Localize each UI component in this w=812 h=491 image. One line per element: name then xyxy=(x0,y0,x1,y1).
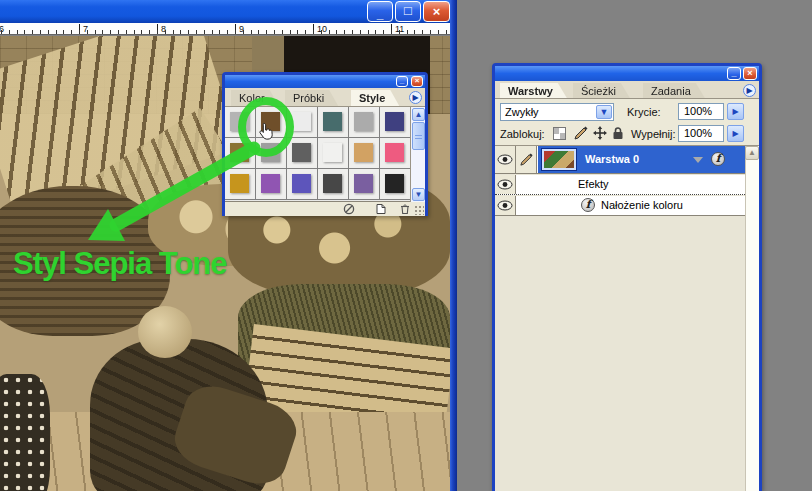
scroll-up-icon[interactable]: ▲ xyxy=(412,108,425,121)
tab-sciezki[interactable]: Ścieżki xyxy=(573,83,630,98)
lock-transparency-icon[interactable] xyxy=(553,127,566,140)
maximize-button[interactable]: □ xyxy=(395,1,421,22)
style-swatch[interactable] xyxy=(318,169,349,200)
style-swatch-color xyxy=(230,112,249,131)
fill-field[interactable]: 100% xyxy=(678,125,724,142)
tab-zadania[interactable]: Zadania xyxy=(643,83,705,98)
scroll-up-icon[interactable]: ▲ xyxy=(745,146,759,160)
style-swatch-color xyxy=(323,112,342,131)
hand-cursor-icon xyxy=(258,122,274,140)
style-swatch[interactable] xyxy=(380,138,411,169)
style-swatch[interactable] xyxy=(380,169,411,200)
close-button[interactable]: × xyxy=(743,67,757,80)
photo-dotted-cloth xyxy=(0,374,50,491)
visibility-toggle[interactable] xyxy=(495,196,516,215)
new-style-icon[interactable] xyxy=(375,203,387,215)
layer-thumbnail[interactable] xyxy=(541,148,577,171)
minimize-button[interactable]: _ xyxy=(367,1,393,22)
style-swatch[interactable] xyxy=(287,107,318,138)
clear-style-icon[interactable] xyxy=(343,203,355,215)
tab-style[interactable]: Style xyxy=(351,90,399,106)
effect-label[interactable]: Nałożenie koloru xyxy=(601,199,683,211)
ruler-label: 6 xyxy=(0,24,4,35)
collapse-effects-triangle-icon[interactable] xyxy=(693,157,703,163)
style-swatch-color xyxy=(261,174,280,193)
scroll-down-icon[interactable]: ▼ xyxy=(412,188,425,201)
delete-style-icon[interactable] xyxy=(399,203,411,215)
style-swatch[interactable] xyxy=(256,138,287,169)
tab-warstwy[interactable]: Warstwy xyxy=(500,83,567,98)
style-swatch[interactable] xyxy=(225,107,256,138)
maximize-icon: □ xyxy=(396,3,420,18)
style-swatch[interactable] xyxy=(256,169,287,200)
style-swatch-color xyxy=(385,112,404,131)
style-swatch[interactable] xyxy=(318,107,349,138)
active-layer-brush-icon xyxy=(516,146,537,173)
chevron-down-icon[interactable]: ▼ xyxy=(596,105,612,119)
styles-palette: _ × Kolor Próbki Style ▶ xyxy=(222,72,428,216)
color-overlay-effect-row[interactable]: f Nałożenie koloru xyxy=(495,196,745,216)
window-border xyxy=(450,0,457,491)
style-swatch-color xyxy=(323,143,342,162)
style-swatch[interactable] xyxy=(225,138,256,169)
style-swatch[interactable] xyxy=(380,107,411,138)
photo-child-figure xyxy=(138,306,192,358)
tab-kolor[interactable]: Kolor xyxy=(231,90,279,106)
style-swatch-color xyxy=(323,174,342,193)
style-swatch[interactable] xyxy=(225,169,256,200)
minimize-button[interactable]: _ xyxy=(727,67,741,80)
style-swatch[interactable] xyxy=(287,138,318,169)
scrollbar-thumb[interactable] xyxy=(412,122,425,150)
close-icon: × xyxy=(424,4,449,19)
document-titlebar[interactable]: _ □ × xyxy=(0,0,451,23)
style-swatch[interactable] xyxy=(349,169,380,200)
minimize-icon: _ xyxy=(368,7,392,21)
layers-scrollbar-track[interactable]: ▲ xyxy=(745,146,759,491)
layer-style-fx-icon[interactable]: f xyxy=(711,152,725,166)
opacity-slider-arrow-icon[interactable]: ▶ xyxy=(727,103,744,120)
visibility-toggle[interactable] xyxy=(495,175,516,194)
ruler-label: 11 xyxy=(391,24,404,35)
lock-position-move-icon[interactable] xyxy=(592,125,608,141)
close-button[interactable]: × xyxy=(423,1,450,22)
ruler-label: 10 xyxy=(313,24,327,35)
lock-paint-brush-icon[interactable] xyxy=(573,125,589,141)
style-swatch-color xyxy=(354,112,373,131)
lock-all-padlock-icon[interactable] xyxy=(610,125,626,141)
effects-row[interactable]: Efekty xyxy=(495,175,745,195)
style-swatch-color xyxy=(292,112,311,131)
annotation-label: Styl Sepia Tone xyxy=(13,246,227,282)
horizontal-ruler: 6 7 8 9 10 11 xyxy=(0,23,451,35)
minimize-button[interactable]: _ xyxy=(396,76,408,87)
lock-label: Zablokuj: xyxy=(500,128,545,140)
style-swatch-color xyxy=(230,174,249,193)
styles-palette-tabs: Kolor Próbki Style ▶ xyxy=(225,88,425,107)
styles-palette-footer xyxy=(225,202,425,216)
layer-name[interactable]: Warstwa 0 xyxy=(585,153,639,165)
layer-controls: Zwykły ▼ Krycie: 100% ▶ Zablokuj: Wypełn… xyxy=(495,99,759,146)
blend-mode-select[interactable]: Zwykły ▼ xyxy=(500,103,614,121)
style-swatch[interactable] xyxy=(349,107,380,138)
layers-palette-tabs: Warstwy Ścieżki Zadania ▶ xyxy=(495,81,759,99)
styles-palette-titlebar[interactable]: _ × xyxy=(225,75,425,88)
close-button[interactable]: × xyxy=(411,76,423,87)
layer-row-warstwa-0[interactable]: Warstwa 0 f xyxy=(495,146,745,174)
ruler-label: 9 xyxy=(235,24,244,35)
style-swatch-color xyxy=(292,143,311,162)
effects-label[interactable]: Efekty xyxy=(578,178,609,190)
visibility-toggle[interactable] xyxy=(495,146,516,173)
palette-menu-button[interactable]: ▶ xyxy=(743,84,756,97)
style-swatch[interactable] xyxy=(349,138,380,169)
selected-layer-highlight[interactable]: Warstwa 0 f xyxy=(538,146,745,173)
tab-probki[interactable]: Próbki xyxy=(285,90,338,106)
style-swatch-color xyxy=(261,143,280,162)
resize-grip[interactable] xyxy=(414,205,424,215)
palette-menu-button[interactable]: ▶ xyxy=(409,91,422,104)
style-swatch[interactable] xyxy=(318,138,349,169)
layers-palette-titlebar[interactable]: _ × xyxy=(495,66,759,81)
opacity-field[interactable]: 100% xyxy=(678,103,724,120)
fill-slider-arrow-icon[interactable]: ▶ xyxy=(727,125,744,142)
style-swatch[interactable] xyxy=(287,169,318,200)
style-swatch-color xyxy=(354,143,373,162)
swatch-scrollbar[interactable]: ▲ ▼ xyxy=(410,107,425,202)
